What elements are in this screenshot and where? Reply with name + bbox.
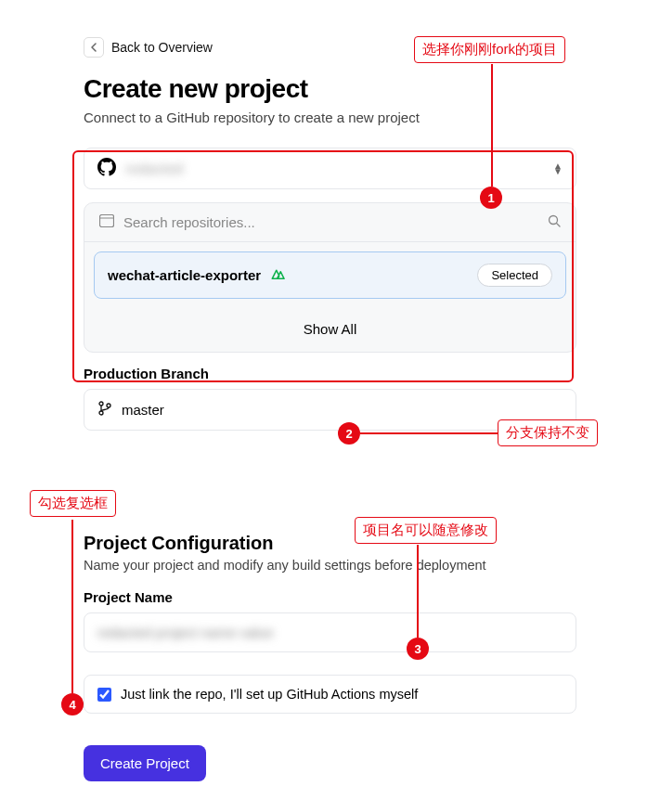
annotation-badge-2: 2 xyxy=(338,422,360,445)
show-all-button[interactable]: Show All xyxy=(84,308,576,352)
chevron-left-icon xyxy=(84,37,104,58)
project-config-title: Project Configuration xyxy=(84,533,576,554)
project-name-input[interactable]: redacted project name value xyxy=(84,612,576,652)
svg-point-4 xyxy=(99,402,103,406)
just-link-repo-label: Just link the repo, I'll set up GitHub A… xyxy=(121,687,418,702)
owner-name-redacted: redacted xyxy=(125,161,184,176)
annotation-1-text: 选择你刚刚fork的项目 xyxy=(414,36,565,63)
annotation-line xyxy=(360,432,498,434)
annotation-badge-4: 4 xyxy=(61,693,84,715)
search-icon xyxy=(548,214,561,230)
back-to-overview-link[interactable]: Back to Overview xyxy=(84,37,213,58)
github-icon xyxy=(97,158,116,179)
repo-window-icon xyxy=(99,214,114,230)
production-branch-label: Production Branch xyxy=(84,366,576,381)
annotation-4-text: 勾选复选框 xyxy=(30,490,116,517)
annotation-line xyxy=(71,520,73,693)
repository-list-item[interactable]: wechat-article-exporter Selected xyxy=(94,251,566,299)
repository-name: wechat-article-exporter xyxy=(108,267,261,283)
just-link-repo-row[interactable]: Just link the repo, I'll set up GitHub A… xyxy=(84,675,576,714)
search-placeholder: Search repositories... xyxy=(123,214,255,230)
annotation-badge-3: 3 xyxy=(407,638,429,660)
repository-search-input[interactable]: Search repositories... xyxy=(84,203,576,242)
project-name-value-redacted: redacted project name value xyxy=(97,625,273,640)
selected-badge: Selected xyxy=(477,264,552,287)
svg-rect-0 xyxy=(100,215,114,227)
svg-point-5 xyxy=(99,411,103,415)
svg-point-6 xyxy=(107,404,110,407)
branch-value: master xyxy=(122,402,164,418)
project-name-label: Project Name xyxy=(84,589,576,605)
annotation-line xyxy=(491,64,493,187)
back-label: Back to Overview xyxy=(111,40,213,55)
git-branch-icon xyxy=(97,401,112,419)
svg-line-3 xyxy=(557,224,561,227)
annotation-3-text: 项目名可以随意修改 xyxy=(355,517,497,544)
create-project-button[interactable]: Create Project xyxy=(84,745,206,781)
repository-panel: Search repositories... wechat-article-ex… xyxy=(84,202,576,353)
page-subtitle: Connect to a GitHub repository to create… xyxy=(84,110,576,125)
chevron-up-down-icon: ▲▼ xyxy=(553,163,563,174)
github-owner-select[interactable]: redacted ▲▼ xyxy=(84,148,576,189)
annotation-2-text: 分支保持不变 xyxy=(498,419,598,446)
page-title: Create new project xyxy=(84,74,576,104)
project-config-subtitle: Name your project and modify any build s… xyxy=(84,558,576,573)
annotation-badge-1: 1 xyxy=(480,187,502,209)
annotation-line xyxy=(417,545,419,638)
just-link-repo-checkbox[interactable] xyxy=(97,688,111,702)
nuxt-icon xyxy=(270,267,287,284)
